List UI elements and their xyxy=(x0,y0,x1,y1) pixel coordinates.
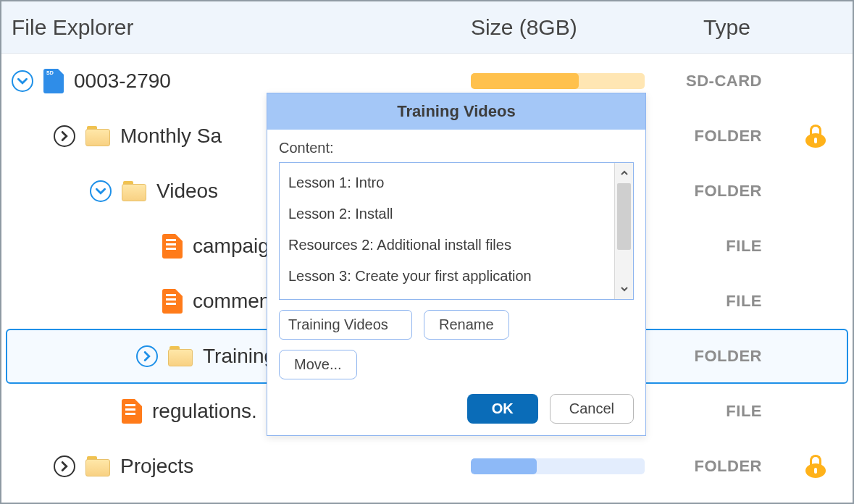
file-icon xyxy=(122,399,142,424)
file-explorer-window: File Explorer Size (8GB) Type 0003-2790S… xyxy=(0,0,854,504)
scroll-up-button[interactable] xyxy=(615,163,633,183)
dialog-title: Training Videos xyxy=(267,93,645,130)
folder-icon xyxy=(122,181,146,201)
lock-icon xyxy=(805,455,826,478)
content-listbox[interactable]: Lesson 1: IntroLesson 2: InstallResource… xyxy=(279,162,634,300)
sd-card-icon xyxy=(43,69,64,93)
chevron-right-icon[interactable] xyxy=(54,455,75,477)
item-label: Training xyxy=(203,345,275,368)
lock-icon xyxy=(805,125,826,148)
chevron-right-icon[interactable] xyxy=(136,345,158,367)
type-label: FOLDER xyxy=(661,127,805,146)
size-bar xyxy=(471,73,645,89)
item-label: Videos xyxy=(156,180,218,203)
column-header-size[interactable]: Size (8GB) xyxy=(471,15,661,40)
column-header-type[interactable]: Type xyxy=(661,15,805,40)
scrollbar[interactable] xyxy=(614,163,633,299)
type-label: FILE xyxy=(661,237,805,256)
chevron-down-icon[interactable] xyxy=(90,180,112,202)
item-label: regulations. xyxy=(152,400,257,423)
chevron-down-icon[interactable] xyxy=(12,70,33,92)
item-label: Monthly Sa xyxy=(120,125,222,148)
list-item[interactable]: Lesson 1: Intro xyxy=(280,167,614,198)
file-icon xyxy=(162,234,183,259)
item-label: campaig xyxy=(193,235,269,258)
folder-properties-dialog: Training Videos Content: Lesson 1: Intro… xyxy=(267,93,646,436)
ok-button[interactable]: OK xyxy=(467,394,538,424)
type-label: SD-CARD xyxy=(661,72,805,91)
tree-row[interactable]: ProjectsFOLDER xyxy=(1,439,853,494)
list-item[interactable]: Lesson 3: Create your first application xyxy=(280,261,614,292)
column-header-name[interactable]: File Explorer xyxy=(1,15,471,40)
item-label: 0003-2790 xyxy=(74,70,171,93)
folder-name-input[interactable] xyxy=(279,310,412,340)
cancel-button[interactable]: Cancel xyxy=(550,394,634,424)
type-label: FILE xyxy=(661,292,805,311)
move-button[interactable]: Move... xyxy=(279,350,357,379)
type-label: FILE xyxy=(661,402,805,421)
column-header-row: File Explorer Size (8GB) Type xyxy=(1,1,853,54)
item-label: Projects xyxy=(120,455,193,478)
size-bar xyxy=(471,458,645,474)
type-label: FOLDER xyxy=(661,347,805,366)
file-icon xyxy=(162,289,183,314)
folder-icon xyxy=(85,126,110,146)
content-label: Content: xyxy=(279,140,634,156)
rename-button[interactable]: Rename xyxy=(424,310,509,340)
item-label: commen xyxy=(193,290,270,313)
scroll-thumb[interactable] xyxy=(617,183,631,250)
type-label: FOLDER xyxy=(661,457,805,476)
folder-icon xyxy=(85,456,110,476)
chevron-right-icon[interactable] xyxy=(54,125,75,147)
scroll-down-button[interactable] xyxy=(615,279,633,299)
folder-icon xyxy=(168,346,193,366)
list-item[interactable]: Lesson 2: Install xyxy=(280,198,614,230)
list-item[interactable]: Resources 2: Additional install files xyxy=(280,230,614,261)
type-label: FOLDER xyxy=(661,182,805,201)
